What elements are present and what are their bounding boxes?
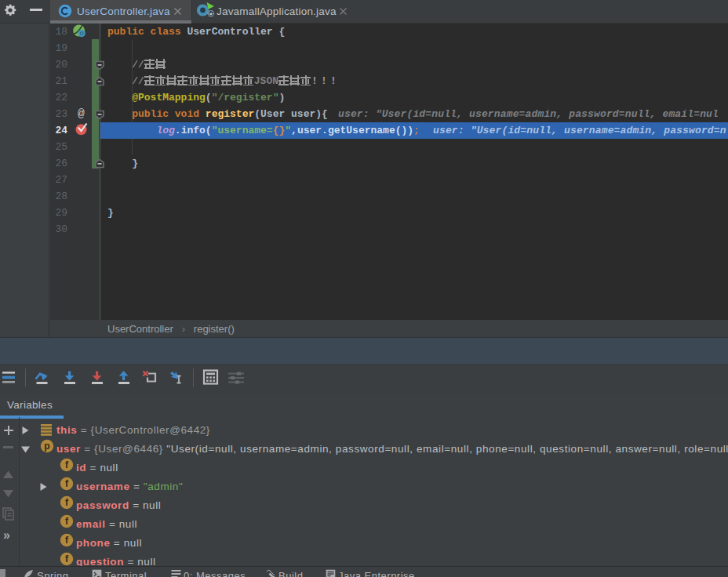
svg-text:p: p <box>44 441 49 452</box>
